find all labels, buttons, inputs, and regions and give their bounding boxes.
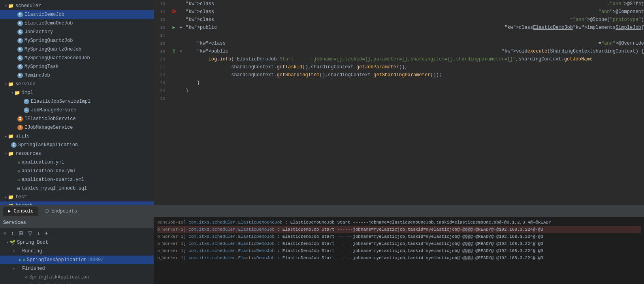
tab-console[interactable]: ▶ Console — [3, 207, 38, 216]
line-num-15: 15 — [154, 16, 170, 24]
services-list: ▾🌱Spring Boot▾Running▶⚙SpringTaskApplica… — [0, 238, 154, 284]
tree-item-MySpringTask[interactable]: CMySpringTask — [0, 62, 154, 71]
class-icon-ElasticDemoJob: C — [17, 12, 23, 17]
toolbar-btn-menu[interactable]: ≡ — [2, 229, 8, 237]
tree-item-resources[interactable]: ▾📁resources — [0, 149, 154, 158]
line-code-16: "kw">public — [184, 24, 505, 32]
tree-label-resources: resources — [15, 151, 41, 156]
services-header: Services — [0, 217, 154, 228]
toolbar-btn-down[interactable]: ↓ — [36, 229, 41, 237]
tree-label-application-quartz.yml: application-quartz.yml — [22, 177, 84, 182]
console-line-3: b_Worker-1] com.itxs.scheduler.ElasticDe… — [157, 240, 641, 247]
log-thread-4: b_Worker-1] — [157, 248, 188, 253]
code-line-24: 24 } — [154, 87, 644, 95]
tree-label-JobFactory: JobFactory — [24, 29, 53, 35]
class-icon-RemindJob: C — [17, 73, 23, 78]
code-line-23: 23 } — [154, 79, 644, 87]
class-icon-MySpringQuartzJob: C — [17, 38, 23, 43]
tree-item-application.yml[interactable]: ⚙application.yml — [0, 158, 154, 167]
class-icon-JobFactory: C — [17, 29, 23, 35]
tree-item-SpringTaskApplication[interactable]: CSpringTaskApplication — [0, 141, 154, 149]
tree-item-JobManageService[interactable]: CJobManageService — [0, 106, 154, 115]
tree-item-ElasticDemoOneJob[interactable]: CElasticDemoOneJob — [0, 19, 154, 28]
line-arrow-16: ↩ — [178, 24, 184, 32]
code-content: 13 "kw">class="ann">@Slf4j 14 🫘 "kw">cla… — [154, 0, 644, 205]
console-line-4: b_Worker-1] com.itxs.scheduler.ElasticDe… — [157, 247, 641, 254]
log-class-2: com.itxs.scheduler.ElasticDemoJob — [188, 234, 275, 239]
class-icon-SpringTaskApplication: C — [11, 142, 17, 148]
code-line-14: 14 🫘 "kw">class="ann">@Component — [154, 8, 644, 16]
service-app-icon-2: ⚙ — [23, 258, 25, 262]
yml-icon-application-dev.yml: ⚙ — [17, 169, 20, 174]
tree-label-test: test — [15, 194, 27, 200]
tree-label-MySpringQuartzSecondJob: MySpringQuartzSecondJob — [24, 55, 90, 61]
tree-item-MySpringQuartzOneJob[interactable]: CMySpringQuartzOneJob — [0, 45, 154, 54]
tree-item-JobFactory[interactable]: CJobFactory — [0, 28, 154, 36]
console-line-2: b_Worker-1] com.itxs.scheduler.ElasticDe… — [157, 233, 641, 240]
tree-item-MySpringQuartzJob[interactable]: CMySpringQuartzJob — [0, 36, 154, 45]
tree-item-utils[interactable]: ▸📁utils — [0, 132, 154, 141]
log-thread-0: oOneJob-10] — [157, 220, 188, 225]
folder-arrow-service: ▾ — [5, 82, 7, 87]
service-item-3[interactable]: ▾Finished — [0, 264, 154, 273]
tree-item-scheduler[interactable]: ▾📁scheduler — [0, 2, 154, 10]
line-num-18: 18 — [154, 39, 170, 47]
tree-item-test[interactable]: ▸📁test — [0, 193, 154, 201]
service-group-label-0: Spring Boot — [17, 240, 48, 245]
tree-item-impl[interactable]: ▾📁impl — [0, 88, 154, 97]
service-app-label-2: SpringTaskApplication — [27, 257, 87, 263]
tree-item-target[interactable]: ▸📁target — [0, 201, 154, 205]
bottom-content: Services ≡ ↕ ⊞ ▽ ↓ + ▾🌱Spring Boot▾Runni… — [0, 217, 644, 284]
class-icon-MySpringTask: C — [17, 64, 23, 70]
code-line-20: 20 log.info("ElasticDemoJob Start ------… — [154, 55, 644, 63]
file-tree: ▾📁schedulerCElasticDemoJobCElasticDemoOn… — [0, 0, 154, 205]
line-num-16: 16 — [154, 24, 170, 32]
class-icon-MySpringQuartzSecondJob: C — [17, 55, 23, 61]
code-line-19: 19 @ ↩ "kw">public "kw">void execute(Sha… — [154, 47, 644, 55]
tree-item-RemindJob[interactable]: CRemindJob — [0, 71, 154, 80]
service-group-arrow-1: ▾ — [13, 249, 15, 254]
folder-arrow-resources: ▾ — [5, 151, 7, 156]
log-msg-5: : ElasticDemoJob Start ------jobname=mye… — [275, 256, 543, 260]
toolbar-btn-add[interactable]: + — [43, 229, 49, 237]
tab-endpoints[interactable]: ⬡ Endpoints — [40, 207, 82, 216]
folder-icon-scheduler: 📁 — [8, 3, 14, 9]
tree-item-tables_mysql_innodb.sql[interactable]: ⊞tables_mysql_innodb.sql — [0, 184, 154, 193]
log-thread-1: b_Worker-1] — [157, 227, 188, 232]
service-item-5[interactable]: ⚙SpringTaskApplication — [0, 282, 154, 284]
service-item-0[interactable]: ▾🌱Spring Boot — [0, 238, 154, 247]
line-code-22: shardingContext.getShardingItem(),shardi… — [184, 71, 644, 79]
toolbar-btn-group[interactable]: ⊞ — [17, 229, 25, 237]
folder-arrow-utils: ▸ — [5, 134, 7, 139]
tree-item-application-dev.yml[interactable]: ⚙application-dev.yml — [0, 167, 154, 175]
line-num-21: 21 — [154, 63, 170, 71]
tree-item-service[interactable]: ▾📁service — [0, 80, 154, 88]
tree-item-ElasticJobServiceImpl[interactable]: CElasticJobServiceImpl — [0, 97, 154, 106]
line-code-20: log.info("ElasticDemoJob Start ------job… — [184, 55, 644, 63]
line-code-13: "kw">class — [184, 0, 607, 8]
log-msg-3: : ElasticDemoJob Start ------jobname=mye… — [275, 241, 543, 246]
tree-label-SpringTaskApplication: SpringTaskApplication — [18, 142, 78, 148]
tree-item-MySpringQuartzSecondJob[interactable]: CMySpringQuartzSecondJob — [0, 54, 154, 62]
service-item-1[interactable]: ▾Running — [0, 247, 154, 256]
service-item-2[interactable]: ▶⚙SpringTaskApplication :8080/ — [0, 256, 154, 264]
running-indicator-2: ▶ — [19, 257, 21, 263]
toolbar-btn-filter[interactable]: ▽ — [26, 229, 34, 237]
console-wrapper: oOneJob-10] com.itxs.scheduler.ElasticDe… — [154, 217, 644, 284]
tree-item-ElasticDemoJob[interactable]: CElasticDemoJob — [0, 10, 154, 19]
tree-label-MySpringQuartzOneJob: MySpringQuartzOneJob — [24, 47, 81, 52]
line-num-22: 22 — [154, 71, 170, 79]
tree-item-application-quartz.yml[interactable]: ⚙application-quartz.yml — [0, 175, 154, 184]
tree-item-IElasticJobService[interactable]: IIElasticJobService — [0, 115, 154, 123]
service-item-4[interactable]: ⚙SpringTaskApplication — [0, 273, 154, 282]
toolbar-btn-sort[interactable]: ↕ — [9, 229, 15, 237]
services-panel: Services ≡ ↕ ⊞ ▽ ↓ + ▾🌱Spring Boot▾Runni… — [0, 217, 154, 284]
service-group-arrow-3: ▾ — [13, 266, 15, 271]
line-gutter-19: @ — [170, 47, 178, 55]
line-code-23: } — [184, 79, 644, 87]
code-line-22: 22 shardingContext.getShardingItem(),sha… — [154, 71, 644, 79]
tree-label-application.yml: application.yml — [22, 160, 64, 165]
tree-item-IJobManageService[interactable]: IIJobManageService — [0, 123, 154, 132]
services-title: Services — [3, 220, 26, 226]
line-num-17: 17 — [154, 32, 170, 39]
